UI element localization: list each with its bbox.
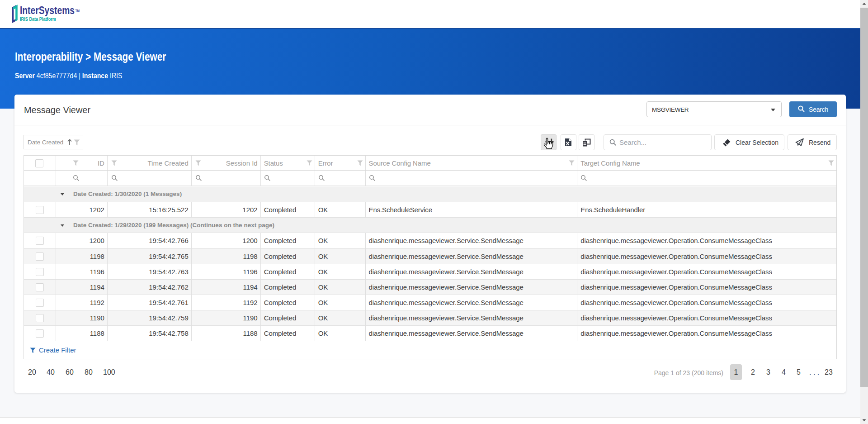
- svg-text:TM: TM: [75, 9, 80, 12]
- svg-text:InterSystems: InterSystems: [20, 4, 75, 16]
- svg-text:IRIS Data Platform: IRIS Data Platform: [20, 16, 56, 22]
